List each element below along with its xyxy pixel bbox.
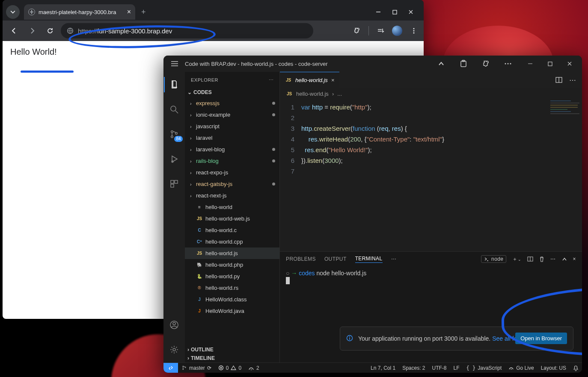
folder-item[interactable]: ›laravel-blog bbox=[185, 144, 279, 155]
panel-more-icon[interactable]: ⋯ bbox=[391, 256, 396, 262]
language-status[interactable]: { } JavaScript bbox=[463, 365, 505, 371]
modified-dot-icon bbox=[272, 159, 275, 162]
vscode-titlebar[interactable]: Code with BRAP.dev - hello-world.js - co… bbox=[163, 56, 582, 72]
browser-tab[interactable]: maestri-platelet-harpy-3000.bra × bbox=[24, 4, 135, 20]
js-file-icon: JS bbox=[196, 250, 203, 257]
vscode-maximize-button[interactable] bbox=[540, 56, 560, 72]
chevron-right-icon: › bbox=[190, 124, 192, 129]
open-in-browser-button[interactable]: Open in Browser bbox=[515, 333, 567, 344]
tree-item-label: hello-world.php bbox=[205, 262, 243, 268]
svg-rect-21 bbox=[171, 184, 174, 187]
settings-activity[interactable] bbox=[164, 340, 184, 359]
source-control-activity[interactable]: 84 bbox=[164, 125, 184, 144]
vscode-window: Code with BRAP.dev - hello-world.js - co… bbox=[163, 56, 582, 373]
chevron-up-icon[interactable] bbox=[435, 57, 448, 70]
new-terminal-button[interactable]: ＋⌄ bbox=[512, 256, 521, 263]
explorer-more-icon[interactable]: ⋯ bbox=[269, 77, 274, 83]
encoding-status[interactable]: UTF-8 bbox=[429, 365, 450, 371]
forward-button[interactable] bbox=[25, 24, 39, 38]
ports-status[interactable]: 2 bbox=[245, 365, 263, 371]
media-control-icon[interactable] bbox=[375, 25, 386, 36]
file-item[interactable]: ≡hello-world bbox=[185, 201, 279, 213]
code-content[interactable]: var http = require("http"); http.createS… bbox=[301, 99, 444, 251]
clipboard-icon[interactable] bbox=[457, 57, 470, 70]
folder-item[interactable]: ›expressjs bbox=[185, 97, 279, 109]
hamburger-menu-button[interactable] bbox=[166, 61, 183, 66]
modified-dot-icon bbox=[272, 113, 275, 116]
notifications-status[interactable] bbox=[570, 365, 582, 371]
back-button[interactable] bbox=[7, 24, 21, 38]
file-item[interactable]: C⁺hello-world.cpp bbox=[185, 236, 279, 247]
file-item[interactable]: JShello-world-web.js bbox=[185, 213, 279, 224]
run-debug-activity[interactable] bbox=[164, 150, 184, 168]
file-item[interactable]: JHelloWorld.java bbox=[185, 305, 279, 317]
folder-item[interactable]: ›javascript bbox=[185, 121, 279, 132]
file-item[interactable]: Chello-world.c bbox=[185, 224, 279, 236]
svg-rect-31 bbox=[349, 338, 350, 340]
code-editor[interactable]: 1234567 var http = require("http"); http… bbox=[280, 99, 582, 251]
git-branch-status[interactable]: master ⟳ bbox=[178, 365, 215, 371]
vscode-close-button[interactable] bbox=[560, 56, 579, 72]
close-button[interactable] bbox=[407, 9, 414, 15]
problems-status[interactable]: 0 0 bbox=[215, 365, 245, 371]
explorer-activity[interactable] bbox=[164, 75, 184, 94]
address-bar[interactable]: https://fun-sample-3000.brap.dev bbox=[61, 23, 313, 38]
remote-indicator[interactable] bbox=[163, 363, 178, 373]
chevron-right-icon: › bbox=[190, 159, 192, 164]
outline-section[interactable]: ›OUTLINE bbox=[185, 345, 279, 354]
editor-more-icon[interactable]: ⋯ bbox=[569, 76, 576, 84]
browser-menu-button[interactable] bbox=[408, 25, 419, 36]
folder-item[interactable]: ›react-expo-js bbox=[185, 167, 279, 178]
terminal-tab[interactable]: TERMINAL bbox=[355, 256, 383, 263]
accounts-activity[interactable] bbox=[164, 315, 184, 334]
maximize-button[interactable] bbox=[391, 9, 398, 15]
folder-item[interactable]: ›rails-blog bbox=[185, 155, 279, 167]
editor-tab[interactable]: JS hello-world.js × bbox=[280, 72, 339, 88]
site-info-icon[interactable] bbox=[67, 27, 74, 34]
close-panel-icon[interactable]: × bbox=[573, 256, 576, 262]
reload-button[interactable] bbox=[43, 24, 57, 38]
layout-status[interactable]: Layout: US bbox=[538, 365, 570, 371]
file-item[interactable]: 🐍hello-world.py bbox=[185, 271, 279, 282]
file-item[interactable]: JHelloWorld.class bbox=[185, 294, 279, 305]
output-tab[interactable]: OUTPUT bbox=[324, 256, 347, 262]
new-tab-button[interactable]: + bbox=[135, 8, 152, 17]
folder-item[interactable]: ›ionic-example bbox=[185, 109, 279, 121]
panel-overflow-icon[interactable]: ⋯ bbox=[550, 256, 555, 262]
split-editor-icon[interactable] bbox=[555, 77, 562, 83]
indentation-status[interactable]: Spaces: 2 bbox=[399, 365, 428, 371]
timeline-section[interactable]: ›TIMELINE bbox=[185, 354, 279, 362]
eol-status[interactable]: LF bbox=[450, 365, 463, 371]
tab-close-button[interactable]: × bbox=[127, 9, 131, 15]
maximize-panel-icon[interactable] bbox=[562, 256, 567, 262]
vscode-minimize-button[interactable] bbox=[520, 56, 540, 72]
terminal-shell-picker[interactable]: node bbox=[481, 255, 506, 263]
puzzle-icon[interactable] bbox=[479, 57, 492, 70]
folder-item[interactable]: ›react-gatsby-js bbox=[185, 178, 279, 190]
kill-terminal-icon[interactable] bbox=[539, 256, 544, 262]
folder-item[interactable]: ›laravel bbox=[185, 132, 279, 144]
problems-tab[interactable]: PROBLEMS bbox=[286, 256, 316, 262]
split-terminal-icon[interactable] bbox=[527, 256, 533, 262]
folder-item[interactable]: ›react-next-js bbox=[185, 190, 279, 201]
extensions-activity[interactable] bbox=[164, 174, 184, 193]
js-file-icon: JS bbox=[285, 77, 292, 84]
go-live-status[interactable]: Go Live bbox=[505, 365, 537, 371]
minimap[interactable] bbox=[548, 99, 582, 251]
workspace-root[interactable]: ⌄ CODES bbox=[185, 88, 279, 97]
profile-avatar[interactable] bbox=[392, 26, 402, 36]
minimize-button[interactable] bbox=[375, 9, 382, 15]
more-icon[interactable] bbox=[502, 57, 514, 70]
tab-search-button[interactable] bbox=[6, 5, 20, 19]
line-gutter: 1234567 bbox=[280, 99, 301, 251]
editor-tab-close[interactable]: × bbox=[331, 77, 335, 83]
extensions-button[interactable] bbox=[351, 25, 362, 36]
file-item[interactable]: JShello-world.js bbox=[185, 247, 279, 259]
breadcrumbs[interactable]: JS hello-world.js › ... bbox=[280, 88, 582, 99]
tree-item-label: HelloWorld.java bbox=[205, 308, 244, 314]
file-item[interactable]: 🐘hello-world.php bbox=[185, 259, 279, 271]
tree-item-label: HelloWorld.class bbox=[205, 296, 247, 303]
file-item[interactable]: ®hello-world.rs bbox=[185, 282, 279, 294]
search-activity[interactable] bbox=[164, 100, 184, 119]
cursor-position-status[interactable]: Ln 7, Col 1 bbox=[367, 365, 399, 371]
